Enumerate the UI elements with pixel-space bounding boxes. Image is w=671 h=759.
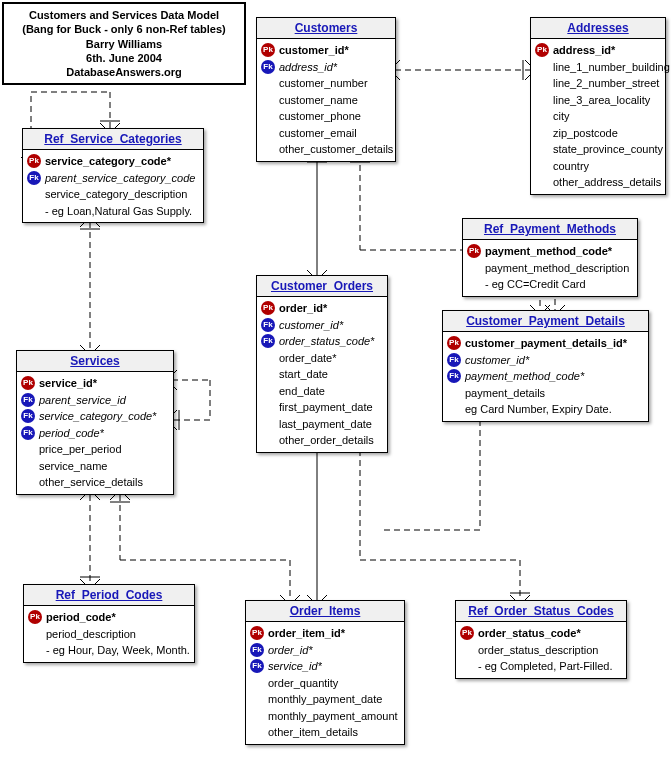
entity-customer-payment-details: Customer_Payment_Details Pkcustomer_paym… [442, 310, 649, 422]
attribute-row: first_payment_date [261, 399, 383, 416]
key-spacer [261, 433, 275, 447]
entity-title: Ref_Payment_Methods [463, 219, 637, 240]
attribute-text: customer_phone [279, 108, 361, 125]
title-line-3: Barry Williams [12, 37, 236, 51]
attribute-text: customer_email [279, 125, 357, 142]
key-spacer [535, 109, 549, 123]
attribute-row: order_quantity [250, 675, 400, 692]
primary-key-icon: Pk [261, 43, 275, 57]
primary-key-icon: Pk [250, 626, 264, 640]
foreign-key-icon: Fk [21, 409, 35, 423]
primary-key-icon: Pk [535, 43, 549, 57]
key-spacer [250, 676, 264, 690]
attribute-text: payment_details [465, 385, 545, 402]
attribute-row: Pkservice_id* [21, 375, 169, 392]
key-spacer [447, 386, 461, 400]
attribute-text: order_status_code* [279, 333, 374, 350]
attribute-text: country [553, 158, 589, 175]
entity-title: Customer_Payment_Details [443, 311, 648, 332]
entity-addresses: Addresses Pkaddress_id*line_1_number_bui… [530, 17, 666, 195]
entity-body: Pkperiod_code*period_description- eg Hou… [24, 606, 194, 662]
attribute-row: order_status_description [460, 642, 622, 659]
erd-canvas: Customers and Services Data Model (Bang … [0, 0, 671, 759]
attribute-text: order_status_description [478, 642, 598, 659]
key-spacer [535, 159, 549, 173]
attribute-text: payment_method_code* [465, 368, 584, 385]
key-spacer [535, 93, 549, 107]
attribute-row: Pkcustomer_payment_details_id* [447, 335, 644, 352]
attribute-text: payment_method_description [485, 260, 629, 277]
attribute-row: customer_email [261, 125, 391, 142]
foreign-key-icon: Fk [21, 426, 35, 440]
attribute-row: other_service_details [21, 474, 169, 491]
attribute-text: service_category_description [45, 186, 187, 203]
key-spacer [250, 725, 264, 739]
key-spacer [535, 142, 549, 156]
key-spacer [261, 109, 275, 123]
diagram-title-box: Customers and Services Data Model (Bang … [2, 2, 246, 85]
key-spacer [535, 60, 549, 74]
attribute-row: end_date [261, 383, 383, 400]
title-line-2: (Bang for Buck - only 6 non-Ref tables) [12, 22, 236, 36]
entity-body: Pkaddress_id*line_1_number_buildingline_… [531, 39, 665, 194]
attribute-text: payment_method_code* [485, 243, 612, 260]
attribute-text: monthly_payment_date [268, 691, 382, 708]
attribute-text: order_id* [279, 300, 327, 317]
attribute-text: parent_service_id [39, 392, 126, 409]
attribute-row: period_description [28, 626, 190, 643]
key-spacer [460, 659, 474, 673]
title-line-4: 6th. June 2004 [12, 51, 236, 65]
attribute-row: country [535, 158, 661, 175]
attribute-text: line_1_number_building [553, 59, 670, 76]
attribute-row: state_province_county [535, 141, 661, 158]
attribute-row: zip_postcode [535, 125, 661, 142]
key-spacer [261, 93, 275, 107]
attribute-row: payment_details [447, 385, 644, 402]
attribute-row: Pkperiod_code* [28, 609, 190, 626]
attribute-row: Fkcustomer_id* [261, 317, 383, 334]
attribute-row: - eg CC=Credit Card [467, 276, 633, 293]
entity-body: Pkcustomer_payment_details_id*Fkcustomer… [443, 332, 648, 421]
key-spacer [535, 76, 549, 90]
primary-key-icon: Pk [28, 610, 42, 624]
attribute-row: customer_number [261, 75, 391, 92]
attribute-text: customer_payment_details_id* [465, 335, 627, 352]
attribute-row: monthly_payment_amount [250, 708, 400, 725]
attribute-row: customer_phone [261, 108, 391, 125]
attribute-text: parent_service_category_code [45, 170, 195, 187]
foreign-key-icon: Fk [447, 353, 461, 367]
attribute-text: address_id* [553, 42, 615, 59]
attribute-row: - eg Completed, Part-Filled. [460, 658, 622, 675]
primary-key-icon: Pk [21, 376, 35, 390]
key-spacer [447, 402, 461, 416]
key-spacer [261, 417, 275, 431]
entity-body: Pkorder_status_code*order_status_descrip… [456, 622, 626, 678]
attribute-text: last_payment_date [279, 416, 372, 433]
attribute-row: Pkservice_category_code* [27, 153, 199, 170]
attribute-text: zip_postcode [553, 125, 618, 142]
attribute-row: service_category_description [27, 186, 199, 203]
entity-ref-service-categories: Ref_Service_Categories Pkservice_categor… [22, 128, 204, 223]
attribute-text: - eg Completed, Part-Filled. [478, 658, 613, 675]
attribute-text: period_code* [46, 609, 116, 626]
attribute-text: city [553, 108, 570, 125]
attribute-row: other_order_details [261, 432, 383, 449]
foreign-key-icon: Fk [261, 318, 275, 332]
key-spacer [21, 475, 35, 489]
key-spacer [261, 384, 275, 398]
key-spacer [261, 76, 275, 90]
entity-title: Order_Items [246, 601, 404, 622]
key-spacer [250, 692, 264, 706]
attribute-text: period_description [46, 626, 136, 643]
entity-title: Services [17, 351, 173, 372]
entity-body: Pkpayment_method_code*payment_method_des… [463, 240, 637, 296]
attribute-text: service_name [39, 458, 107, 475]
attribute-text: - eg CC=Credit Card [485, 276, 586, 293]
entity-order-items: Order_Items Pkorder_item_id*Fkorder_id*F… [245, 600, 405, 745]
attribute-text: address_id* [279, 59, 337, 76]
key-spacer [261, 367, 275, 381]
key-spacer [261, 351, 275, 365]
attribute-text: other_address_details [553, 174, 661, 191]
foreign-key-icon: Fk [250, 643, 264, 657]
attribute-text: other_item_details [268, 724, 358, 741]
